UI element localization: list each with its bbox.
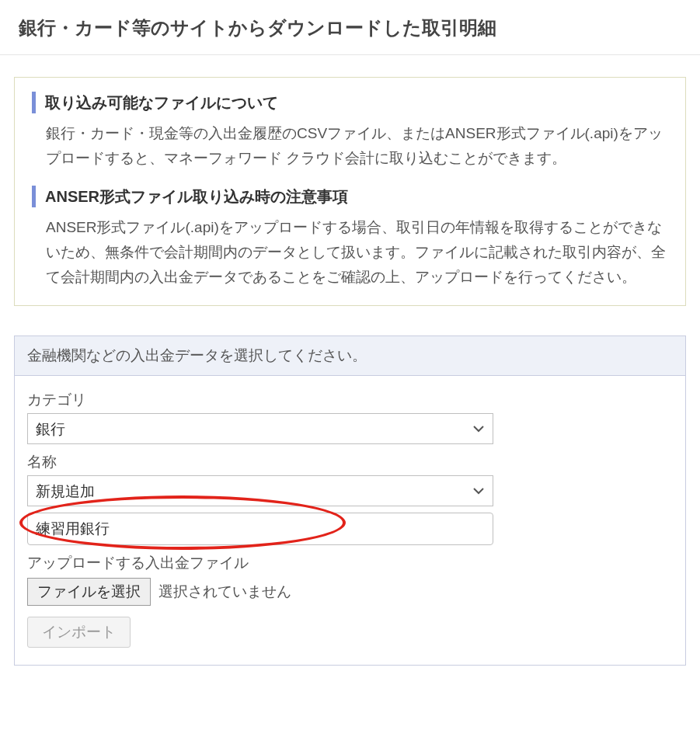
form-panel-header: 金融機関などの入出金データを選択してください。 [15,336,685,376]
info-body-anser-notes: ANSER形式ファイル(.api)をアップロードする場合、取引日の年情報を取得す… [32,215,668,290]
category-label: カテゴリ [27,390,673,410]
import-button[interactable]: インポート [27,617,131,648]
info-body-importable-files: 銀行・カード・現金等の入出金履歴のCSVファイル、またはANSER形式ファイル(… [32,121,668,172]
name-select[interactable]: 新規追加 [27,475,493,506]
form-panel: 金融機関などの入出金データを選択してください。 カテゴリ 銀行 名称 新規追加 … [14,335,686,666]
file-select-button[interactable]: ファイルを選択 [27,578,151,606]
name-input-wrap [27,506,493,545]
upload-row: ファイルを選択 選択されていません [27,578,673,606]
info-panel: 取り込み可能なファイルについて 銀行・カード・現金等の入出金履歴のCSVファイル… [14,77,686,306]
form-body: カテゴリ 銀行 名称 新規追加 アップロードする入出金ファイル ファイルを選択 [15,376,685,665]
name-label: 名称 [27,452,673,472]
name-input[interactable] [27,513,493,545]
category-select-wrap: 銀行 [27,413,493,444]
file-status-text: 選択されていません [158,582,291,602]
category-select[interactable]: 銀行 [27,413,493,444]
info-heading-importable-files: 取り込み可能なファイルについて [32,92,668,113]
upload-label: アップロードする入出金ファイル [27,553,673,573]
info-heading-anser-notes: ANSER形式ファイル取り込み時の注意事項 [32,186,668,207]
page-title: 銀行・カード等のサイトからダウンロードした取引明細 [0,0,700,55]
name-select-wrap: 新規追加 [27,475,493,506]
